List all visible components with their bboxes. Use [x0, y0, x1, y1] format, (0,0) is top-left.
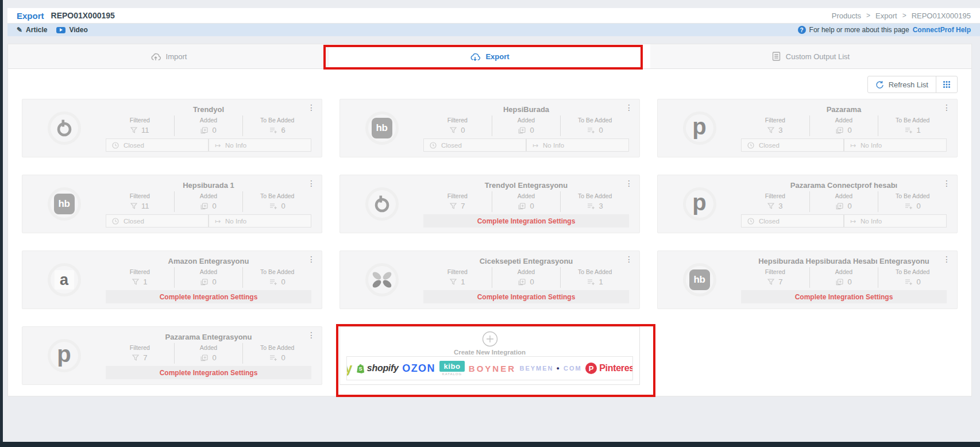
stat-added-value: 0 [212, 278, 216, 286]
closed-status: Closed [741, 214, 844, 228]
stat-filtered: Filtered 1 [423, 267, 492, 288]
stat-added: Added 0 [492, 267, 561, 288]
breadcrumb: Products>Export>REPO01X000195 [832, 11, 971, 20]
stat-added-value: 0 [530, 126, 534, 134]
kebab-menu-icon[interactable]: ⋮ [623, 178, 635, 188]
kebab-menu-icon[interactable]: ⋮ [623, 254, 635, 264]
add-document-icon [518, 279, 526, 286]
complete-integration-settings-link[interactable]: Complete Integration Settings [106, 290, 311, 303]
cloud-upload-icon [151, 52, 161, 61]
stat-to-be-added-value: 6 [281, 126, 285, 134]
brand-shopify-logo: Sshopify [356, 363, 399, 373]
stat-to-be-added-label: To Be Added [878, 192, 947, 199]
stat-filtered: Filtered 11 [106, 115, 174, 136]
marketplace-logo-zone: p [22, 327, 106, 384]
integration-card: ⋮ a Amazon Entegrasyonu Filtered 1 Added… [22, 251, 322, 309]
stat-added-value: 0 [212, 353, 216, 362]
add-document-icon [518, 127, 526, 134]
add-document-icon [200, 203, 208, 210]
video-link[interactable]: Video [56, 26, 87, 34]
complete-integration-settings-link[interactable]: Complete Integration Settings [423, 290, 629, 303]
stat-filtered: Filtered 7 [423, 191, 492, 212]
integration-card: ⋮ p Pazarama Filtered 3 Added 0 To Be Ad… [657, 99, 958, 157]
article-link[interactable]: ✎ Article [17, 26, 47, 34]
help-text: For help or more about this page [809, 26, 909, 34]
stat-filtered-label: Filtered [423, 192, 492, 199]
no-info-status-label: No Info [225, 218, 246, 225]
stat-added-value: 0 [530, 202, 534, 210]
kebab-menu-icon[interactable]: ⋮ [940, 178, 953, 188]
mapsto-arrow-icon: ↦ [850, 218, 856, 225]
stat-added-value: 0 [212, 202, 216, 210]
svg-text:S: S [358, 366, 362, 372]
stat-filtered-value: 7 [461, 202, 465, 210]
stat-to-be-added-label: To Be Added [243, 268, 311, 275]
no-info-status: ↦No Info [209, 138, 311, 152]
complete-integration-settings-link[interactable]: Complete Integration Settings [741, 290, 947, 303]
kebab-menu-icon[interactable]: ⋮ [940, 102, 953, 113]
stat-to-be-added: To Be Added 0 [242, 191, 311, 212]
filter-icon [130, 127, 137, 133]
add-document-icon [836, 279, 843, 286]
kebab-menu-icon[interactable]: ⋮ [940, 254, 953, 264]
kebab-menu-icon[interactable]: ⋮ [623, 102, 635, 113]
stat-filtered-label: Filtered [106, 268, 174, 275]
stat-to-be-added: To Be Added 1 [560, 267, 629, 288]
trendyol-logo [372, 194, 392, 214]
brand-pinterest-logo: PPinterest [585, 363, 633, 374]
create-integration-label: Create New Integration [454, 349, 526, 356]
stat-added-label: Added [492, 117, 561, 124]
mapsto-arrow-icon: ↦ [215, 142, 221, 149]
brand-ozon-logo: OZON [402, 363, 435, 375]
stat-added-value: 0 [530, 278, 534, 286]
main-panel: Import Export Custom Output List Refresh… [7, 44, 972, 396]
tab-export[interactable]: Export [329, 44, 650, 68]
filter-icon [450, 127, 457, 133]
tab-custom-output-list[interactable]: Custom Output List [650, 44, 971, 68]
breadcrumb-separator: > [866, 11, 870, 20]
marketplace-logo-zone: hb [340, 99, 423, 157]
trendyol-logo [55, 118, 74, 138]
kebab-menu-icon[interactable]: ⋮ [305, 102, 318, 113]
breadcrumb-item[interactable]: Export [875, 11, 897, 20]
stat-added: Added 0 [492, 191, 561, 212]
kebab-menu-icon[interactable]: ⋮ [305, 178, 318, 188]
complete-integration-settings-link[interactable]: Complete Integration Settings [106, 366, 311, 379]
clock-icon [430, 142, 437, 149]
logo-ring: p [683, 187, 716, 221]
create-integration-card[interactable]: Create New Integration ySshopifyOZONkibo… [339, 326, 640, 385]
breadcrumb-item[interactable]: Products [832, 11, 861, 20]
kebab-menu-icon[interactable]: ⋮ [305, 330, 318, 340]
brand-beymen-logo: BEYMEN●COM [520, 365, 582, 372]
filter-icon [132, 279, 139, 285]
kebab-menu-icon[interactable]: ⋮ [305, 254, 318, 264]
tab-import[interactable]: Import [8, 44, 329, 68]
integration-title: Hepsiburada 1 [106, 181, 311, 190]
connectprof-help-link[interactable]: ConnectProf Help [913, 26, 971, 34]
integration-title: Trendyol [106, 105, 311, 114]
closed-status-label: Closed [124, 142, 144, 149]
pinterest-badge-icon: P [585, 363, 597, 374]
clock-icon [747, 218, 754, 225]
stat-added: Added 0 [809, 115, 878, 136]
refresh-list-button[interactable]: Refresh List [868, 76, 936, 93]
stat-added-label: Added [810, 268, 878, 275]
stat-filtered: Filtered 0 [423, 115, 492, 136]
stat-to-be-added-value: 3 [599, 202, 603, 210]
complete-integration-settings-link[interactable]: Complete Integration Settings [423, 214, 629, 228]
stat-filtered-label: Filtered [741, 192, 809, 199]
grid-view-button[interactable] [936, 76, 957, 93]
integration-title: Pazarama Entegrasyonu [106, 333, 311, 342]
closed-status: Closed [106, 138, 209, 152]
integration-card: ⋮ Trendyol Filtered 11 Added 0 To Be Add… [22, 99, 322, 157]
list-add-icon [905, 203, 913, 210]
stat-added: Added 0 [174, 115, 243, 136]
brand-kibo-logo: kiboKATALOG [439, 361, 465, 376]
breadcrumb-item[interactable]: REPO01X000195 [912, 11, 971, 20]
integration-title: HepsiBurada [423, 105, 629, 114]
filter-icon [767, 127, 774, 133]
tab-bar: Import Export Custom Output List [8, 44, 971, 69]
marketplace-logo-zone: hb [658, 251, 741, 309]
stat-added-label: Added [175, 344, 243, 351]
brand-boyner-logo: BOYNER [469, 364, 516, 373]
